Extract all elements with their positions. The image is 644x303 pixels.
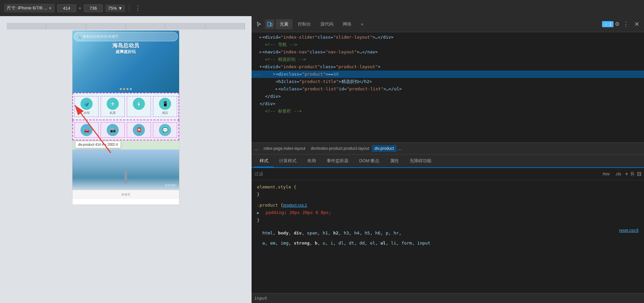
css-tags-dd: dd [360, 241, 365, 246]
console-badge[interactable]: 1 1 [602, 21, 613, 27]
dom-line-comment-product[interactable]: <!-- 精选折扣 --> [252, 56, 644, 63]
dom-line-nav[interactable]: ▶ <nav id="index-nav" class="nav-layout"… [252, 48, 644, 56]
css-tags-input: input [417, 241, 430, 246]
svg-rect-3 [271, 23, 272, 26]
css-brace-1: } [257, 191, 260, 198]
height-input[interactable] [84, 4, 103, 12]
ruler-mark [7, 23, 46, 30]
cursor-tool-icon[interactable] [254, 19, 264, 29]
css-source-product[interactable]: product.css:1 [283, 202, 307, 209]
filter-hov-button[interactable]: :hov [601, 171, 611, 177]
svg-rect-2 [268, 22, 270, 26]
tab-properties[interactable]: 属性 [385, 155, 404, 167]
dom-triangle-product-inner[interactable]: ▼ [273, 71, 275, 78]
breadcrumb-index-page[interactable]: ndex-page.index-layout [261, 145, 308, 152]
dom-triangle-nav[interactable]: ▶ [260, 49, 262, 55]
css-source-reset[interactable]: reset.css:6 [619, 228, 639, 233]
devtools-more-icon[interactable]: ⋮ [621, 20, 631, 28]
css-triangle-padding[interactable]: ▶ [257, 209, 260, 217]
nav-icon-flight[interactable]: ✈ 机票 [101, 96, 125, 117]
device-label: 尺寸: iPhone 6/7/8 ... [7, 5, 47, 11]
dom-line-close-div-inner[interactable]: </div> [252, 93, 644, 100]
ruler-mark [126, 23, 165, 30]
hero-dot-3 [126, 88, 128, 90]
zoom-arrow: ▼ [118, 6, 122, 11]
dom-triangle-product[interactable]: ▼ [260, 63, 262, 70]
nav-icon-chat[interactable]: 💬 [153, 122, 177, 138]
badge-count: 1 [609, 22, 611, 27]
css-tags-h1: h1 [323, 230, 328, 235]
tab-bar-label: 标签栏 [121, 192, 130, 197]
device-search-bar[interactable]: 🔍 搜索目的地/折扣/关键字 [74, 32, 178, 41]
dom-comment-tabbar: <!-- 标签栏 --> [265, 108, 302, 115]
tab-sources[interactable]: 源代码 [316, 19, 337, 29]
nav-icon-mail[interactable]: 📮 [127, 122, 151, 138]
dom-line-slider[interactable]: ▶ <div id="index-slider" class="slider-l… [252, 34, 644, 41]
tab-dom-breakpoints[interactable]: DOM 断点 [354, 155, 385, 167]
tab-layout[interactable]: 布局 [302, 155, 321, 167]
css-tags-dl: dl [338, 241, 344, 246]
dom-line-comment-tabbar[interactable]: <!-- 标签栏 --> [252, 107, 644, 115]
search-icon: 🔍 [77, 35, 81, 39]
dom-triangle-slider[interactable]: ▶ [260, 34, 262, 41]
css-selector-line-product: .product { product.css:1 [257, 202, 639, 209]
zoom-label: 75% [108, 6, 117, 11]
breadcrumb-div-product[interactable]: div.product [372, 145, 397, 152]
filter-sidebar-icon[interactable]: ⊟ [637, 171, 641, 177]
devtools-close-icon[interactable]: ✕ [632, 20, 641, 28]
tab-computed[interactable]: 计算样式 [274, 155, 302, 167]
tab-event-listeners[interactable]: 事件监听器 [321, 155, 354, 167]
css-selector-product: .product { [257, 202, 283, 209]
tab-console[interactable]: 控制台 [294, 19, 315, 29]
tab-more[interactable]: » [357, 19, 367, 29]
dom-line-comment-nav[interactable]: <!-- 导航 --> [252, 41, 644, 48]
nav-icon-circle-6: 📷 [107, 124, 119, 136]
dom-line-ul[interactable]: ▶ <ul class="product-list" id="product-l… [252, 85, 644, 93]
breadcrumb-index-product[interactable]: div#index-product.product-layout [308, 145, 372, 152]
filter-copy-icon[interactable]: ⎘ [631, 171, 634, 177]
tab-accessibility[interactable]: 无障碍功能 [404, 155, 437, 167]
filter-cls-button[interactable]: .cls [614, 171, 623, 177]
device-dropdown-arrow: ▼ [49, 6, 52, 10]
dom-line-close-div-outer[interactable]: </div> [252, 100, 644, 107]
nav-icon-camera[interactable]: 📷 [101, 122, 125, 138]
devtools-tab-bar: 元素 控制台 源代码 网络 » 1 1 ⚙ ⋮ ✕ [252, 16, 644, 32]
css-tags-body: body [278, 230, 288, 235]
tab-styles[interactable]: 样式 [254, 155, 274, 167]
toolbar-separator [129, 4, 129, 12]
dom-line-index-product[interactable]: ▼ <div id="index-product" class="product… [252, 63, 644, 71]
dom-tag-slider: <div [262, 34, 273, 41]
bottom-input-label: input [254, 296, 267, 301]
css-selector-line-element: element.style { [257, 183, 639, 191]
bottom-input-bar: input [252, 293, 644, 303]
hero-banner: 🔍 搜索目的地/折扣/关键字 海岛总动员 超爽超好玩 [72, 31, 179, 93]
nav-icon-temp[interactable]: 🌡 [127, 96, 151, 117]
svg-text:1: 1 [605, 23, 607, 26]
css-rule-product: .product { product.css:1 ▶ padding : 20p… [252, 201, 644, 227]
css-prop-padding: padding [266, 209, 284, 216]
device-mode-icon[interactable] [265, 19, 274, 29]
breadcrumb-more[interactable]: ... [398, 146, 402, 151]
nav-icon-circle-1: 🧳 [80, 98, 93, 110]
zoom-selector[interactable]: 75% ▼ [105, 4, 125, 12]
hero-subtitle: 超爽超好玩 [116, 49, 136, 55]
tab-elements[interactable]: 元素 [276, 19, 292, 29]
filter-add-button[interactable]: + [625, 171, 628, 177]
nav-icon-circle-2: ✈ [107, 98, 119, 110]
device-selector[interactable]: 尺寸: iPhone 6/7/8 ... ▼ [4, 4, 55, 12]
nav-icon-label-4: 酒店 [162, 111, 168, 115]
dom-line-product-selected[interactable]: ... ▼ <div class="product"> == $0 [252, 71, 644, 78]
devtools-settings-icon[interactable]: ⚙ [615, 21, 620, 27]
css-tags-h2: h2 [333, 230, 338, 235]
width-input[interactable] [57, 4, 76, 12]
filter-input[interactable] [254, 171, 598, 176]
nav-icons-row1: 🧳 自驾 ✈ 机票 🌡 📱 酒店 [72, 93, 179, 120]
toolbar-more-button[interactable]: ⋮ [133, 4, 142, 12]
dom-triangle-ul[interactable]: ▶ [276, 86, 278, 92]
main-area: 🔍 搜索目的地/折扣/关键字 海岛总动员 超爽超好玩 🧳 [0, 16, 644, 303]
dom-line-h2[interactable]: <h2 class="product-title">精选折扣</h2> [252, 78, 644, 85]
tab-network[interactable]: 网络 [339, 19, 356, 29]
nav-icon-luggage[interactable]: 🧳 自驾 [74, 96, 99, 117]
nav-icon-hotel[interactable]: 📱 酒店 [153, 96, 177, 117]
nav-icon-car[interactable]: 🚗 [74, 122, 99, 138]
